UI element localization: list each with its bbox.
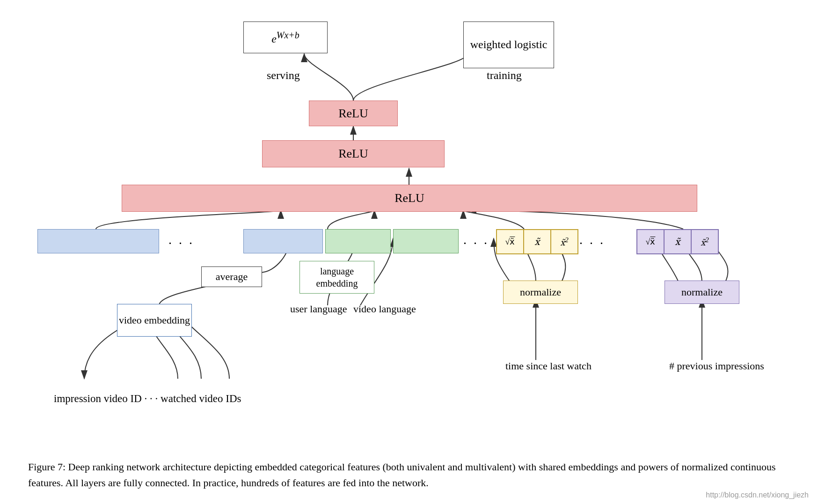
time-since-label: time since last watch (505, 359, 592, 374)
exp-formula: eWx+b (271, 30, 299, 45)
mid-green-left-bar (325, 229, 391, 253)
language-embedding-box: language embedding (299, 261, 374, 294)
yellow-x2-cell: x̃2 (551, 230, 578, 254)
diagram-container: .arrow-line { stroke: #333; stroke-width… (0, 0, 818, 504)
average-box: average (201, 266, 262, 287)
yellow-power-cells: √x̃ x̃ x̃2 (496, 229, 578, 254)
dots-mid: · · · (463, 236, 489, 251)
mid-blue-embed-bar (243, 229, 323, 253)
user-language-label: user language (290, 303, 347, 315)
figure-caption: Figure 7: Deep ranking network architect… (28, 459, 790, 491)
purple-x-cell: x̃ (664, 230, 691, 254)
dots-right1: · · · (579, 236, 605, 251)
serving-label: serving (267, 69, 300, 82)
weighted-logistic-label: weighted logistic (470, 37, 548, 52)
video-language-label: video language (353, 303, 416, 315)
relu-top-box: ReLU (309, 101, 398, 126)
left-blue-embed-bar (37, 229, 159, 253)
yellow-x-cell: x̃ (524, 230, 551, 254)
purple-x2-cell: x̃2 (691, 230, 718, 254)
relu-bot-box: ReLU (122, 185, 697, 212)
watermark: http://blog.csdn.net/xiong_jiezh (706, 491, 809, 499)
weighted-logistic-box: weighted logistic (463, 22, 554, 68)
exp-output-box: eWx+b (243, 22, 328, 53)
video-embedding-box: video embedding (117, 304, 192, 337)
caption-text: Figure 7: Deep ranking network architect… (28, 461, 776, 489)
yellow-normalize-box: normalize (503, 281, 578, 304)
purple-normalize-box: normalize (665, 281, 739, 304)
yellow-sqrt-cell: √x̃ (497, 230, 524, 254)
relu-mid-box: ReLU (262, 140, 445, 167)
training-label: training (487, 69, 522, 82)
impression-label: impression video ID · · · watched video … (54, 393, 241, 405)
purple-sqrt-cell: √x̃ (637, 230, 664, 254)
prev-impressions-label: # previous impressions (669, 359, 764, 374)
dots-left: · · · (168, 236, 194, 251)
purple-power-cells: √x̃ x̃ x̃2 (636, 229, 719, 254)
mid-green-right-bar (393, 229, 459, 253)
